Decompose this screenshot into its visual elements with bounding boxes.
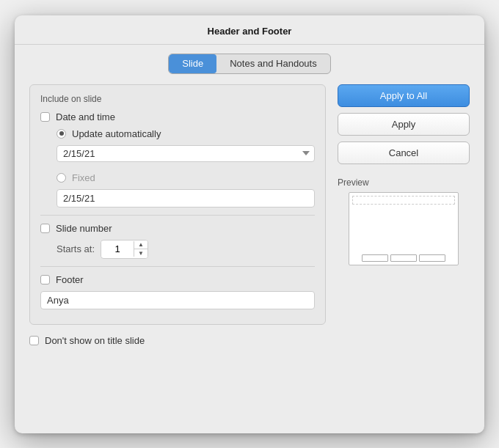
tab-slide[interactable]: Slide: [169, 54, 216, 73]
stepper-buttons: ▲ ▼: [134, 240, 147, 258]
header-footer-dialog: Header and Footer Slide Notes and Handou…: [15, 15, 484, 433]
cancel-button[interactable]: Cancel: [338, 142, 470, 164]
stepper-up-btn[interactable]: ▲: [134, 240, 147, 249]
footer-input[interactable]: [40, 291, 315, 309]
right-panel: Apply to All Apply Cancel Preview: [338, 84, 470, 325]
date-format-select[interactable]: 2/15/21: [57, 145, 315, 162]
divider-2: [40, 266, 315, 267]
dont-show-label: Don't show on title slide: [45, 335, 145, 346]
tab-group: Slide Notes and Handouts: [168, 54, 330, 74]
starts-at-stepper: ▲ ▼: [101, 240, 148, 259]
preview-box: [349, 192, 459, 265]
dont-show-row: Don't show on title slide: [15, 325, 484, 346]
stepper-down-btn[interactable]: ▼: [134, 249, 147, 258]
preview-bottom-area: [352, 254, 455, 262]
starts-at-input[interactable]: [101, 241, 134, 257]
update-auto-row: Update automatically: [57, 128, 315, 139]
update-auto-label: Update automatically: [72, 128, 161, 139]
title-text: Header and Footer: [208, 26, 292, 37]
date-time-checkbox[interactable]: [40, 112, 50, 122]
preview-footer-left: [362, 254, 388, 262]
fixed-date-input[interactable]: [57, 189, 315, 208]
preview-footer-right: [419, 254, 445, 262]
update-auto-radio[interactable]: [57, 129, 66, 139]
date-time-row: Date and time: [40, 111, 315, 122]
preview-section: Preview: [338, 177, 470, 265]
footer-label: Footer: [56, 274, 84, 285]
dialog-title: Header and Footer: [15, 15, 484, 45]
fixed-radio[interactable]: [57, 173, 66, 183]
left-panel: Include on slide Date and time Update au…: [29, 84, 326, 325]
fixed-row: Fixed: [57, 172, 315, 183]
section-label: Include on slide: [40, 94, 315, 104]
divider-1: [40, 215, 315, 216]
slide-number-label: Slide number: [56, 223, 112, 234]
preview-top-area: [352, 196, 455, 205]
footer-checkbox[interactable]: [40, 275, 50, 284]
preview-footer-center: [390, 254, 417, 262]
dont-show-checkbox[interactable]: [29, 336, 39, 345]
slide-number-checkbox[interactable]: [40, 224, 50, 233]
main-content: Include on slide Date and time Update au…: [15, 84, 484, 325]
starts-at-label: Starts at:: [57, 243, 95, 254]
tab-notes-handouts[interactable]: Notes and Handouts: [216, 54, 330, 73]
date-time-subsection: Update automatically 2/15/21 Fixed: [57, 128, 315, 208]
tabs-container: Slide Notes and Handouts: [168, 54, 330, 74]
apply-to-all-button[interactable]: Apply to All: [338, 84, 470, 107]
slide-number-row: Slide number: [40, 223, 315, 234]
footer-row: Footer: [40, 274, 315, 285]
date-time-label: Date and time: [56, 111, 115, 122]
apply-button[interactable]: Apply: [338, 113, 470, 136]
preview-label: Preview: [338, 177, 369, 188]
fixed-label: Fixed: [72, 172, 95, 183]
